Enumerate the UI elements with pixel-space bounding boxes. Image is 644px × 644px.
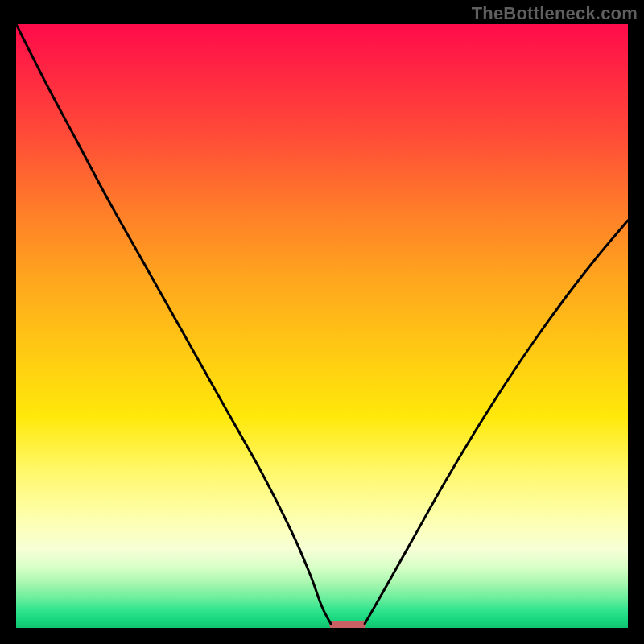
chart-frame: TheBottleneck.com: [0, 0, 644, 644]
plot-area: [16, 24, 628, 628]
bottleneck-curve: [16, 24, 628, 628]
curve-right-branch: [365, 221, 628, 624]
curve-left-branch: [16, 24, 331, 625]
attribution-label: TheBottleneck.com: [472, 3, 638, 24]
